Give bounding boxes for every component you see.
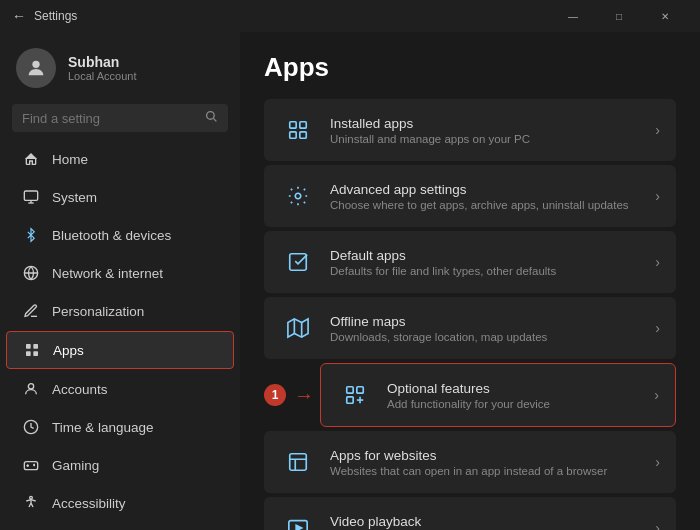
advanced-app-title: Advanced app settings bbox=[330, 182, 655, 197]
offline-maps-icon bbox=[280, 310, 316, 346]
network-icon bbox=[22, 264, 40, 282]
offline-maps-title: Offline maps bbox=[330, 314, 655, 329]
badge-1-arrow: 1 → bbox=[264, 384, 314, 407]
settings-item-apps-websites[interactable]: Apps for websites Websites that can open… bbox=[264, 431, 676, 493]
personalization-icon bbox=[22, 302, 40, 320]
svg-marker-33 bbox=[296, 525, 302, 530]
svg-line-2 bbox=[213, 118, 216, 121]
window-controls: — □ ✕ bbox=[550, 0, 688, 32]
nav-personalization[interactable]: Personalization bbox=[6, 293, 234, 329]
nav-apps-label: Apps bbox=[53, 343, 84, 358]
nav-system[interactable]: System bbox=[6, 179, 234, 215]
nav-network-label: Network & internet bbox=[52, 266, 163, 281]
svg-point-21 bbox=[295, 193, 301, 199]
settings-item-installed-apps[interactable]: Installed apps Uninstall and manage apps… bbox=[264, 99, 676, 161]
default-apps-icon bbox=[280, 244, 316, 280]
installed-apps-icon bbox=[280, 112, 316, 148]
apps-websites-desc: Websites that can open in an app instead… bbox=[330, 465, 655, 477]
advanced-app-desc: Choose where to get apps, archive apps, … bbox=[330, 199, 655, 211]
video-playback-icon bbox=[280, 510, 316, 530]
svg-rect-10 bbox=[33, 351, 38, 356]
nav-network[interactable]: Network & internet bbox=[6, 255, 234, 291]
nav-apps[interactable]: Apps bbox=[6, 331, 234, 369]
gaming-icon bbox=[22, 456, 40, 474]
content-area: Apps Installed apps Uninstall and manage… bbox=[240, 32, 700, 530]
svg-rect-18 bbox=[300, 122, 306, 128]
optional-features-desc: Add functionality for your device bbox=[387, 398, 654, 410]
advanced-app-chevron: › bbox=[655, 188, 660, 204]
apps-websites-title: Apps for websites bbox=[330, 448, 655, 463]
svg-rect-22 bbox=[290, 254, 307, 271]
svg-rect-28 bbox=[347, 397, 353, 403]
svg-point-11 bbox=[28, 384, 33, 389]
svg-rect-19 bbox=[290, 132, 296, 138]
close-button[interactable]: ✕ bbox=[642, 0, 688, 32]
svg-rect-20 bbox=[300, 132, 306, 138]
nav-time-label: Time & language bbox=[52, 420, 154, 435]
default-apps-title: Default apps bbox=[330, 248, 655, 263]
svg-point-0 bbox=[32, 61, 39, 68]
optional-features-chevron: › bbox=[654, 387, 659, 403]
title-bar: ← Settings — □ ✕ bbox=[0, 0, 700, 32]
svg-rect-9 bbox=[26, 351, 31, 356]
system-icon bbox=[22, 188, 40, 206]
back-icon[interactable]: ← bbox=[12, 8, 26, 24]
apps-icon bbox=[23, 341, 41, 359]
accounts-icon bbox=[22, 380, 40, 398]
svg-point-1 bbox=[207, 112, 215, 120]
optional-features-icon bbox=[337, 377, 373, 413]
nav-bluetooth-label: Bluetooth & devices bbox=[52, 228, 171, 243]
video-playback-chevron: › bbox=[655, 520, 660, 530]
nav-accessibility-label: Accessibility bbox=[52, 496, 126, 511]
search-icon bbox=[205, 110, 218, 126]
settings-item-optional-features[interactable]: Optional features Add functionality for … bbox=[320, 363, 676, 427]
settings-item-video-playback[interactable]: Video playback Video adjustments, HDR st… bbox=[264, 497, 676, 530]
apps-websites-text: Apps for websites Websites that can open… bbox=[330, 448, 655, 477]
nav-privacy[interactable]: Privacy & security bbox=[6, 523, 234, 530]
optional-features-title: Optional features bbox=[387, 381, 654, 396]
badge-1: 1 bbox=[264, 384, 286, 406]
video-playback-title: Video playback bbox=[330, 514, 655, 529]
apps-websites-chevron: › bbox=[655, 454, 660, 470]
nav-personalization-label: Personalization bbox=[52, 304, 144, 319]
minimize-button[interactable]: — bbox=[550, 0, 596, 32]
svg-marker-23 bbox=[288, 319, 308, 337]
page-title: Apps bbox=[264, 52, 676, 83]
apps-websites-icon bbox=[280, 444, 316, 480]
offline-maps-chevron: › bbox=[655, 320, 660, 336]
svg-rect-26 bbox=[347, 387, 353, 393]
nav-bluetooth[interactable]: Bluetooth & devices bbox=[6, 217, 234, 253]
video-playback-text: Video playback Video adjustments, HDR st… bbox=[330, 514, 655, 531]
svg-rect-17 bbox=[290, 122, 296, 128]
main-container: Subhan Local Account Home bbox=[0, 32, 700, 530]
svg-point-14 bbox=[30, 496, 33, 499]
nav-gaming[interactable]: Gaming bbox=[6, 447, 234, 483]
accessibility-icon bbox=[22, 494, 40, 512]
offline-maps-text: Offline maps Downloads, storage location… bbox=[330, 314, 655, 343]
user-profile[interactable]: Subhan Local Account bbox=[0, 32, 240, 100]
nav-accessibility[interactable]: Accessibility bbox=[6, 485, 234, 521]
user-name: Subhan bbox=[68, 54, 137, 70]
advanced-app-icon bbox=[280, 178, 316, 214]
nav-home[interactable]: Home bbox=[6, 141, 234, 177]
settings-item-default-apps[interactable]: Default apps Defaults for file and link … bbox=[264, 231, 676, 293]
title-bar-title: Settings bbox=[34, 9, 77, 23]
search-box[interactable] bbox=[12, 104, 228, 132]
time-icon bbox=[22, 418, 40, 436]
nav-accounts[interactable]: Accounts bbox=[6, 371, 234, 407]
user-info: Subhan Local Account bbox=[68, 54, 137, 82]
search-input[interactable] bbox=[22, 111, 197, 126]
default-apps-chevron: › bbox=[655, 254, 660, 270]
settings-item-advanced-app[interactable]: Advanced app settings Choose where to ge… bbox=[264, 165, 676, 227]
title-bar-left: ← Settings bbox=[12, 8, 77, 24]
advanced-app-text: Advanced app settings Choose where to ge… bbox=[330, 182, 655, 211]
installed-apps-desc: Uninstall and manage apps on your PC bbox=[330, 133, 655, 145]
optional-features-text: Optional features Add functionality for … bbox=[387, 381, 654, 410]
nav-time[interactable]: Time & language bbox=[6, 409, 234, 445]
settings-item-offline-maps[interactable]: Offline maps Downloads, storage location… bbox=[264, 297, 676, 359]
maximize-button[interactable]: □ bbox=[596, 0, 642, 32]
svg-rect-27 bbox=[357, 387, 363, 393]
svg-rect-31 bbox=[290, 454, 307, 471]
default-apps-desc: Defaults for file and link types, other … bbox=[330, 265, 655, 277]
nav-gaming-label: Gaming bbox=[52, 458, 99, 473]
